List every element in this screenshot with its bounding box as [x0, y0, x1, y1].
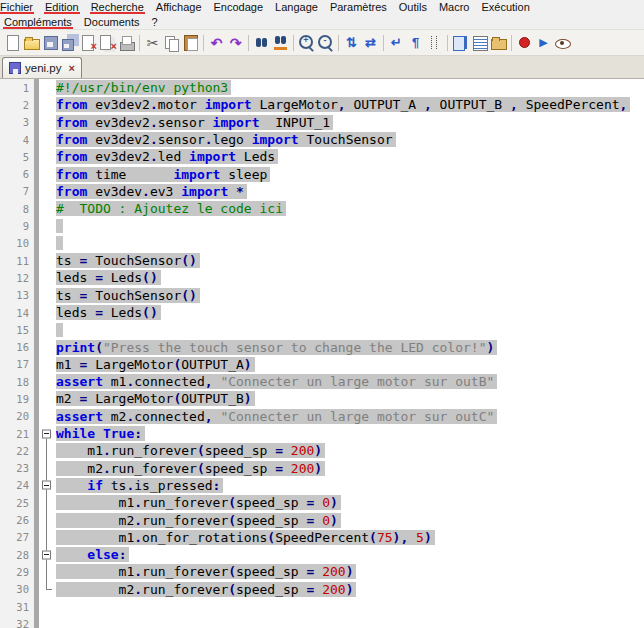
- zoom-in-icon[interactable]: [297, 33, 316, 52]
- redo-icon[interactable]: [226, 33, 245, 52]
- line-number[interactable]: 24: [0, 477, 34, 494]
- new-file-icon[interactable]: [3, 33, 22, 52]
- line-number[interactable]: 32: [0, 615, 34, 628]
- code-text[interactable]: else:: [54, 546, 644, 563]
- fold-collapse-icon[interactable]: [39, 477, 54, 494]
- save-all-icon[interactable]: [60, 33, 79, 52]
- menu-encodage[interactable]: Encodage: [208, 0, 270, 14]
- code-text[interactable]: m1.run_forever(speed_sp = 200): [54, 442, 644, 459]
- line-number[interactable]: 3: [0, 114, 34, 131]
- indent-guide-icon[interactable]: [425, 33, 444, 52]
- line-number[interactable]: 31: [0, 598, 34, 615]
- code-text[interactable]: [54, 321, 644, 338]
- record-macro-icon[interactable]: [515, 33, 534, 52]
- folder-workspace-icon[interactable]: [489, 33, 508, 52]
- code-text[interactable]: m1 = LargeMotor(OUTPUT_A): [54, 356, 644, 373]
- save-icon[interactable]: [41, 33, 60, 52]
- open-file-icon[interactable]: [22, 33, 41, 52]
- undo-icon[interactable]: [207, 33, 226, 52]
- line-number[interactable]: 23: [0, 460, 34, 477]
- menu-langage[interactable]: Langage: [269, 0, 324, 14]
- menu-help[interactable]: ?: [146, 15, 164, 29]
- line-number[interactable]: 15: [0, 321, 34, 338]
- copy-icon[interactable]: [162, 33, 181, 52]
- menu-recherche[interactable]: Recherche: [85, 0, 150, 14]
- code-text[interactable]: from ev3dev2.led import Leds: [54, 148, 644, 165]
- menu-macro[interactable]: Macro: [433, 0, 476, 14]
- code-text[interactable]: from ev3dev2.sensor import INPUT_1: [54, 114, 644, 131]
- code-text[interactable]: print("Press the touch sensor to change …: [54, 338, 644, 355]
- line-number[interactable]: 30: [0, 581, 34, 598]
- line-number[interactable]: 26: [0, 511, 34, 528]
- replace-icon[interactable]: [271, 33, 290, 52]
- code-text[interactable]: from ev3dev2.sensor.lego import TouchSen…: [54, 131, 644, 148]
- line-number[interactable]: 12: [0, 269, 34, 286]
- line-number[interactable]: 16: [0, 338, 34, 355]
- line-number[interactable]: 11: [0, 252, 34, 269]
- code-text[interactable]: leds = Leds(): [54, 269, 644, 286]
- code-text[interactable]: m2 = LargeMotor(OUTPUT_B): [54, 390, 644, 407]
- sync-vertical-icon[interactable]: [342, 33, 361, 52]
- line-number[interactable]: 20: [0, 408, 34, 425]
- code-text[interactable]: leds = Leds(): [54, 304, 644, 321]
- tab-yeni-py[interactable]: yeni.py ×: [2, 57, 82, 78]
- line-number[interactable]: 22: [0, 442, 34, 459]
- line-number[interactable]: 17: [0, 356, 34, 373]
- play-macro-icon[interactable]: [534, 33, 553, 52]
- menu-outils[interactable]: Outils: [393, 0, 433, 14]
- close-icon[interactable]: [79, 33, 98, 52]
- code-text[interactable]: m1.run_forever(speed_sp = 200): [54, 563, 644, 580]
- word-wrap-icon[interactable]: [387, 33, 406, 52]
- code-text[interactable]: m2.run_forever(speed_sp = 0): [54, 511, 644, 528]
- tab-close-icon[interactable]: ×: [68, 63, 74, 74]
- line-number[interactable]: 1: [0, 79, 34, 96]
- code-text[interactable]: [54, 615, 644, 628]
- sync-horizontal-icon[interactable]: [361, 33, 380, 52]
- line-number[interactable]: 7: [0, 183, 34, 200]
- line-number[interactable]: 19: [0, 390, 34, 407]
- menu-affichage[interactable]: Affichage: [150, 0, 208, 14]
- line-number[interactable]: 6: [0, 165, 34, 182]
- code-text[interactable]: while True:: [54, 425, 644, 442]
- line-number[interactable]: 8: [0, 200, 34, 217]
- code-text[interactable]: [54, 217, 644, 234]
- code-text[interactable]: [54, 598, 644, 615]
- cut-icon[interactable]: [143, 33, 162, 52]
- code-text[interactable]: [54, 235, 644, 252]
- code-text[interactable]: from ev3dev2.motor import LargeMotor, OU…: [54, 96, 644, 113]
- line-number[interactable]: 9: [0, 217, 34, 234]
- line-number[interactable]: 13: [0, 287, 34, 304]
- fold-collapse-icon[interactable]: [39, 425, 54, 442]
- code-text[interactable]: assert m2.connected, "Connecter un large…: [54, 408, 644, 425]
- line-number[interactable]: 10: [0, 235, 34, 252]
- code-text[interactable]: m1.run_forever(speed_sp = 0): [54, 494, 644, 511]
- line-number[interactable]: 27: [0, 529, 34, 546]
- menu-fichier[interactable]: Fichier: [0, 0, 39, 14]
- paste-icon[interactable]: [181, 33, 200, 52]
- line-number[interactable]: 5: [0, 148, 34, 165]
- line-number[interactable]: 21: [0, 425, 34, 442]
- find-icon[interactable]: [252, 33, 271, 52]
- menu-documents[interactable]: Documents: [78, 15, 146, 29]
- line-number[interactable]: 14: [0, 304, 34, 321]
- show-all-characters-icon[interactable]: [406, 33, 425, 52]
- code-text[interactable]: if ts.is_pressed:: [54, 477, 644, 494]
- code-text[interactable]: ts = TouchSensor(): [54, 252, 644, 269]
- document-map-icon[interactable]: [451, 33, 470, 52]
- code-text[interactable]: #!/usr/bin/env python3: [54, 79, 644, 96]
- fold-collapse-icon[interactable]: [39, 546, 54, 563]
- code-text[interactable]: from ev3dev.ev3 import *: [54, 183, 644, 200]
- close-all-icon[interactable]: [98, 33, 117, 52]
- menu-edition[interactable]: Edition: [39, 0, 85, 14]
- monitor-icon[interactable]: [553, 33, 572, 52]
- print-icon[interactable]: [117, 33, 136, 52]
- code-text[interactable]: m2.run_forever(speed_sp = 200): [54, 581, 644, 598]
- code-text[interactable]: m1.on_for_rotations(SpeedPercent(75), 5): [54, 529, 644, 546]
- line-number[interactable]: 28: [0, 546, 34, 563]
- menu-parametres[interactable]: Paramètres: [324, 0, 393, 14]
- code-text[interactable]: from time import sleep: [54, 165, 644, 182]
- function-list-icon[interactable]: [470, 33, 489, 52]
- zoom-out-icon[interactable]: [316, 33, 335, 52]
- code-text[interactable]: # TODO : Ajoutez le code ici: [54, 200, 644, 217]
- line-number[interactable]: 25: [0, 494, 34, 511]
